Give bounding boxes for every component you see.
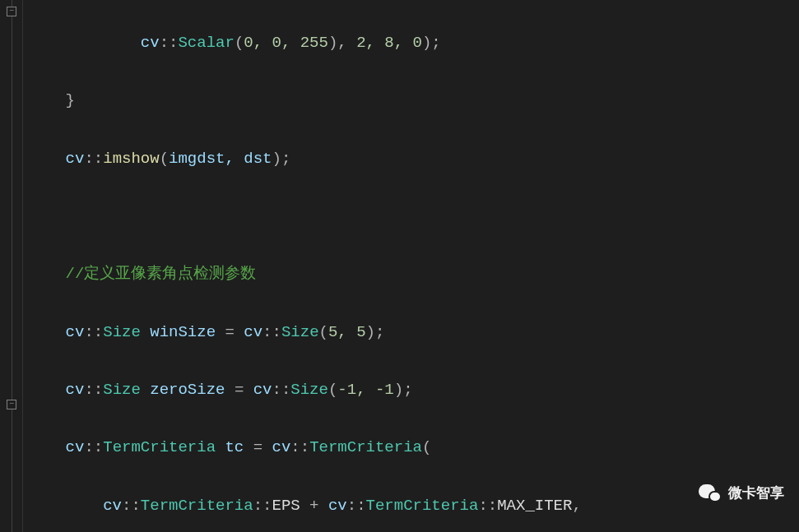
wechat-icon xyxy=(697,481,722,506)
fold-guide xyxy=(12,0,12,532)
code-line: cv::Size zeroSize = cv::Size(-1, -1); xyxy=(28,376,582,405)
code-line xyxy=(28,202,582,231)
watermark: 微卡智享 xyxy=(697,480,784,506)
watermark-text: 微卡智享 xyxy=(728,480,784,506)
code-line: } xyxy=(28,86,582,115)
code-line: cv::TermCriteria::EPS + cv::TermCriteria… xyxy=(28,492,582,520)
code-editor[interactable]: − − cv::Scalar(0, 0, 255), 2, 8, 0); } c… xyxy=(0,0,799,532)
code-line: cv::imshow(imgdst, dst); xyxy=(28,145,582,173)
collapse-icon[interactable]: − xyxy=(7,400,16,409)
collapse-icon[interactable]: − xyxy=(7,7,16,16)
code-line: //定义亚像素角点检测参数 xyxy=(28,260,582,289)
code-area[interactable]: cv::Scalar(0, 0, 255), 2, 8, 0); } cv::i… xyxy=(23,0,582,532)
code-line: cv::Scalar(0, 0, 255), 2, 8, 0); xyxy=(28,29,582,58)
code-line: cv::Size winSize = cv::Size(5, 5); xyxy=(28,318,582,347)
gutter: − − xyxy=(0,0,23,532)
code-line: cv::TermCriteria tc = cv::TermCriteria( xyxy=(28,433,582,462)
